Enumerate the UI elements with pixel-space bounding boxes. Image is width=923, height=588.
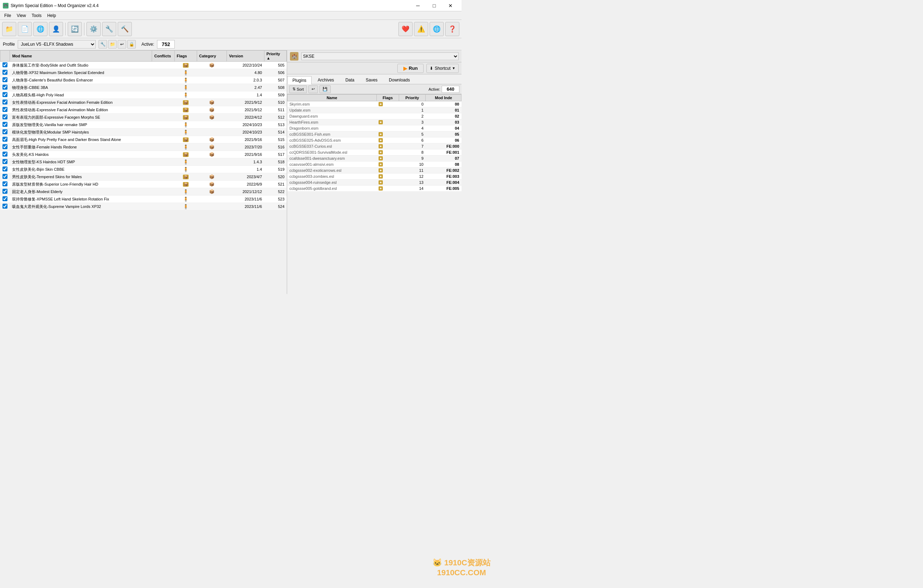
toolbar-settings[interactable]: ⚙️: [87, 22, 101, 36]
skse-select[interactable]: SKSE: [301, 52, 459, 60]
sort-button[interactable]: ⇅ Sort: [289, 85, 307, 93]
mod-table-row[interactable]: 男性表情动画-Expressive Facial Animation Male …: [0, 106, 287, 114]
plugin-table-row[interactable]: ccBGSSE025-AdvDSGS.esm ★ 6 06: [287, 138, 462, 144]
mod-table-row[interactable]: 固定老人身形-Modest Elderly 🧍 📦 2021/12/12 522: [0, 188, 287, 195]
tab-archives[interactable]: Archives: [312, 76, 339, 84]
toolbar-web[interactable]: 🌐: [33, 22, 48, 36]
mod-checkbox[interactable]: [2, 144, 7, 149]
menu-file[interactable]: File: [2, 12, 14, 19]
profile-select[interactable]: JueLun V5 -ELFX Shadows: [18, 40, 96, 49]
toolbar-configure[interactable]: 🔧: [102, 22, 116, 36]
plugin-col-priority[interactable]: Priority: [399, 95, 426, 101]
mod-table-row[interactable]: 人物骨骼-XP32 Maximum Skeleton Special Exten…: [0, 69, 287, 77]
mod-checkbox[interactable]: [2, 62, 7, 67]
plugin-col-name[interactable]: Name: [287, 95, 377, 101]
maximize-button[interactable]: □: [426, 0, 442, 11]
minimize-button[interactable]: ─: [410, 0, 426, 11]
plugin-col-flags[interactable]: Flags: [376, 95, 399, 101]
profile-undo-btn[interactable]: ↩: [118, 40, 126, 49]
mod-checkbox[interactable]: [2, 181, 7, 186]
mod-checkbox[interactable]: [2, 100, 7, 105]
mod-table-row[interactable]: 女性手部重做-Female Hands Redone 🧍 📦 2023/7/20…: [0, 144, 287, 151]
mod-table-row[interactable]: 身体服装工作室-BodySlide and Outfit Studio 📦 📦 …: [0, 62, 287, 69]
mod-checkbox[interactable]: [2, 196, 7, 201]
toolbar-open-folder[interactable]: 📁: [2, 22, 16, 36]
col-header-version[interactable]: Version: [227, 51, 264, 62]
col-header-mod-name[interactable]: Mod Name: [10, 51, 152, 62]
profile-wrench-btn[interactable]: 🔧: [99, 40, 107, 49]
close-button[interactable]: ✕: [442, 0, 459, 11]
col-header-flags[interactable]: Flags: [174, 51, 197, 62]
toolbar-user[interactable]: 👤: [49, 22, 63, 36]
tab-downloads[interactable]: Downloads: [384, 76, 415, 84]
col-header-priority[interactable]: Priority ▲: [264, 51, 286, 62]
col-header-conflicts[interactable]: Conflicts: [152, 51, 174, 62]
mod-table-row[interactable]: 头发美化-KS Hairdos 📦 📦 2021/9/16 517: [0, 151, 287, 158]
mod-checkbox[interactable]: [2, 174, 7, 179]
mod-table-row[interactable]: 物理身形-CBBE 3BA 🧍 2.47 508: [0, 84, 287, 92]
mod-checkbox[interactable]: [2, 167, 7, 172]
plugin-table-row[interactable]: ccasvsse001-almsivi.esm ★ 10 08: [287, 162, 462, 167]
mod-checkbox[interactable]: [2, 159, 7, 164]
mod-checkbox[interactable]: [2, 137, 7, 142]
plugin-table-row[interactable]: Skyrim.esm ★ 0 00: [287, 101, 462, 107]
mod-table-row[interactable]: 高面眉毛-High Poly Pretty Face and Darker Br…: [0, 136, 287, 144]
mod-table-row[interactable]: 模块化发型物理美化Modular SMP Hairstyles 🧍 2024/1…: [0, 129, 287, 136]
plugin-table-row[interactable]: ccbgssse005-goldbrand.esl ★ 14 FE:005: [287, 186, 462, 192]
mod-table-row[interactable]: 女性表情动画-Expressive Facial Animation Femal…: [0, 99, 287, 106]
toolbar-warning[interactable]: ⚠️: [414, 22, 428, 36]
profile-folder-btn[interactable]: 📁: [108, 40, 117, 49]
tab-saves[interactable]: Saves: [360, 76, 383, 84]
mod-checkbox[interactable]: [2, 122, 7, 127]
plugin-table-row[interactable]: ccafdsse001-dwesanctuary.esm ★ 9 07: [287, 156, 462, 162]
mod-checkbox[interactable]: [2, 107, 7, 112]
mod-table-row[interactable]: 女性皮肤美化-Bijin Skin CBBE 🧍 1.4 519: [0, 166, 287, 173]
plugin-table-row[interactable]: ccBGSSE037-Curios.esl ★ 7 FE:000: [287, 144, 462, 149]
plugin-table-row[interactable]: HearthFires.esm ★ 3 03: [287, 120, 462, 125]
run-button[interactable]: ▶ Run: [397, 64, 424, 73]
mod-table-row[interactable]: 吸血鬼大君外观美化-Supreme Vampire Lords XP32 🧍 2…: [0, 203, 287, 210]
mod-checkbox[interactable]: [2, 204, 7, 209]
mod-checkbox[interactable]: [2, 129, 7, 134]
toolbar-help[interactable]: ❓: [445, 22, 459, 36]
mod-checkbox[interactable]: [2, 77, 7, 82]
menu-help[interactable]: Help: [44, 12, 59, 19]
plugin-table-row[interactable]: ccbgssse003-zombies.esl ★ 12 FE:003: [287, 174, 462, 180]
mod-table-row[interactable]: 女性物理发型-KS Hairdos HDT SMP 🧍 1.4.3 518: [0, 158, 287, 166]
mod-table-row[interactable]: 男性皮肤美化-Tempered Skins for Males 📦 📦 2023…: [0, 173, 287, 181]
mod-table-row[interactable]: 人物高模头模-High Poly Head 🧍 1.4 509: [0, 92, 287, 99]
toolbar-globe[interactable]: 🌐: [430, 22, 444, 36]
toolbar-file[interactable]: 📄: [18, 22, 32, 36]
toolbar-tools[interactable]: 🔨: [118, 22, 132, 36]
plugin-tool-restore[interactable]: ↩: [309, 85, 318, 93]
mod-table-row[interactable]: 原版发型材质替换-Superior Lore-Friendly Hair HD …: [0, 181, 287, 188]
mod-checkbox[interactable]: [2, 92, 7, 97]
menu-tools[interactable]: Tools: [29, 12, 44, 19]
tab-plugins[interactable]: Plugins: [287, 76, 312, 84]
plugin-table-row[interactable]: ccbgssse004-ruinsedge.esl ★ 13 FE:004: [287, 180, 462, 186]
tab-data[interactable]: Data: [340, 76, 360, 84]
plugin-table-row[interactable]: Update.esm 1 01: [287, 107, 462, 113]
plugin-col-modindex[interactable]: Mod Inde: [426, 95, 462, 101]
profile-lock-btn[interactable]: 🔒: [127, 40, 136, 49]
plugin-tool-save[interactable]: 💾: [319, 85, 331, 93]
mod-checkbox[interactable]: [2, 152, 7, 157]
plugin-table-row[interactable]: Dragonborn.esm 4 04: [287, 125, 462, 131]
plugin-table-row[interactable]: ccBGSSE001-Fish.esm ★ 5 05: [287, 131, 462, 138]
mod-table-row[interactable]: 富有表现力的面部-Expressive Facegen Morphs SE 📦 …: [0, 114, 287, 121]
plugin-table-row[interactable]: ccbgssse002-exoticarrows.esl ★ 11 FE:002: [287, 167, 462, 174]
mod-checkbox[interactable]: [2, 85, 7, 90]
col-header-category[interactable]: Category: [197, 51, 227, 62]
toolbar-heart[interactable]: ❤️: [398, 22, 412, 36]
mod-table-row[interactable]: 人物身形-Caliente's Beautiful Bodies Enhance…: [0, 77, 287, 84]
mod-table-row[interactable]: 原版发型物理美化-Vanilla hair remake SMP 🧍 2024/…: [0, 121, 287, 129]
mod-table-row[interactable]: 双持骨骼修复-XPMSSE Left Hand Skeleton Rotatio…: [0, 195, 287, 203]
plugin-table-row[interactable]: ccQDRSSE001-SurvivalMode.esl ★ 8 FE:001: [287, 149, 462, 156]
menu-view[interactable]: View: [14, 12, 29, 19]
mod-checkbox[interactable]: [2, 189, 7, 194]
shortcut-button[interactable]: ⬇ Shortcut ▼: [426, 64, 459, 73]
plugin-table-row[interactable]: Dawnguard.esm 2 02: [287, 113, 462, 120]
mod-checkbox[interactable]: [2, 115, 7, 120]
mod-checkbox[interactable]: [2, 70, 7, 75]
toolbar-refresh[interactable]: 🔄: [68, 22, 82, 36]
